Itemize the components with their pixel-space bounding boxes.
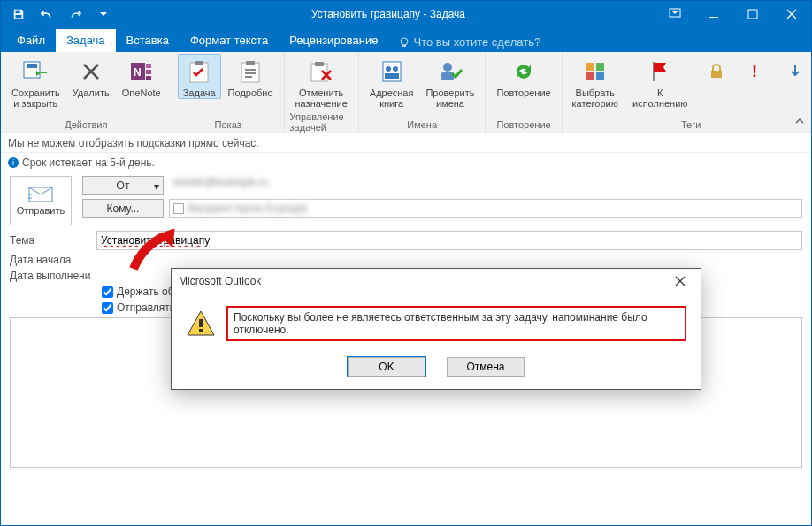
details-button[interactable]: Подробно — [223, 54, 279, 99]
start-date-label: Дата начала — [10, 254, 91, 266]
ribbon-tabs: Файл Задача Вставка Формат текста Реценз… — [1, 27, 811, 52]
dialog-title: Microsoft Outlook — [179, 275, 261, 287]
undo-icon[interactable] — [34, 4, 59, 25]
delete-icon — [77, 57, 105, 86]
importance-low-icon — [781, 57, 809, 86]
svg-rect-22 — [315, 62, 324, 66]
quick-access-toolbar — [1, 4, 121, 25]
infobar-tips: Мы не можем отобразить подсказки прямо с… — [1, 133, 811, 153]
svg-rect-4 — [748, 10, 757, 19]
svg-rect-26 — [385, 73, 399, 79]
cancel-assignment-button[interactable]: Отменить назначение — [290, 54, 353, 110]
svg-rect-11 — [146, 64, 151, 68]
svg-rect-38 — [199, 329, 203, 332]
importance-high-button[interactable]: ! — [737, 54, 775, 87]
group-manage-task: Отменить назначение Управление задачей — [285, 52, 359, 133]
keep-updated-checkbox[interactable] — [102, 286, 113, 298]
tab-review[interactable]: Рецензирование — [279, 29, 388, 52]
from-button[interactable]: От▾ — [82, 176, 164, 195]
close-icon[interactable] — [772, 1, 811, 27]
svg-rect-32 — [596, 72, 604, 80]
followup-button[interactable]: К исполнению — [624, 54, 696, 110]
to-field[interactable]: Recipient Name Example — [169, 199, 802, 218]
title-bar: Установить гравицапу - Задача — [1, 1, 811, 27]
onenote-button[interactable]: NOneNote — [117, 54, 166, 99]
svg-point-27 — [443, 63, 452, 72]
tell-me-placeholder: Что вы хотите сделать? — [414, 35, 541, 49]
ribbon-options-icon[interactable] — [655, 1, 694, 27]
recurrence-button[interactable]: Повторение — [491, 54, 555, 99]
svg-rect-20 — [245, 76, 252, 78]
dialog-close-button[interactable] — [667, 271, 693, 291]
warning-icon — [186, 309, 216, 339]
check-names-button[interactable]: Проверить имена — [420, 54, 479, 110]
ribbon: Сохранить и закрыть Удалить NOneNote Дей… — [1, 52, 811, 133]
infobar-due: iСрок истекает на 5-й день. — [1, 153, 811, 172]
group-names: Адресная книга Проверить имена Имена — [359, 52, 486, 133]
minimize-icon[interactable] — [694, 1, 733, 27]
dialog-message: Поскольку вы более не являетесь ответств… — [226, 306, 686, 341]
to-button[interactable]: Кому... — [82, 199, 164, 218]
private-button[interactable] — [698, 54, 736, 87]
categorize-icon — [581, 57, 609, 86]
lightbulb-icon — [398, 36, 410, 49]
svg-rect-1 — [16, 15, 22, 19]
group-recurrence: Повторение Повторение — [486, 52, 562, 133]
redo-icon[interactable] — [63, 4, 88, 25]
check-names-icon — [436, 57, 464, 86]
svg-rect-31 — [586, 72, 594, 80]
svg-point-5 — [401, 38, 408, 45]
onenote-icon: N — [127, 57, 156, 86]
svg-text:N: N — [134, 66, 142, 79]
importance-low-button[interactable] — [777, 54, 812, 87]
subject-label: Тема — [10, 234, 91, 247]
svg-rect-19 — [245, 72, 256, 74]
address-book-icon — [378, 57, 406, 86]
info-icon: i — [8, 157, 19, 168]
due-date-label: Дата выполнени — [10, 270, 91, 282]
svg-rect-37 — [199, 319, 203, 327]
maximize-icon[interactable] — [733, 1, 772, 27]
save-close-button[interactable]: Сохранить и закрыть — [6, 54, 65, 110]
details-icon — [236, 57, 264, 86]
dialog-cancel-button[interactable]: Отмена — [447, 357, 525, 377]
send-status-checkbox[interactable] — [102, 302, 113, 314]
window-title: Установить гравицапу - Задача — [121, 8, 655, 20]
svg-rect-3 — [709, 17, 718, 18]
message-dialog: Microsoft Outlook Поскольку вы более не … — [171, 268, 701, 390]
flag-icon — [646, 57, 674, 86]
svg-rect-8 — [27, 64, 37, 68]
send-button[interactable]: Отправить — [10, 176, 72, 225]
svg-rect-17 — [246, 61, 255, 65]
task-view-button[interactable]: Задача — [178, 54, 221, 99]
svg-point-24 — [386, 66, 391, 72]
save-close-icon — [21, 57, 50, 86]
lock-icon — [702, 57, 731, 86]
svg-rect-15 — [195, 61, 203, 65]
svg-rect-33 — [711, 71, 722, 78]
address-book-button[interactable]: Адресная книга — [364, 54, 419, 110]
svg-text:!: ! — [752, 63, 757, 80]
qat-dropdown-icon[interactable] — [91, 4, 116, 25]
tab-format[interactable]: Формат текста — [180, 29, 279, 52]
dialog-ok-button[interactable]: OK — [348, 357, 425, 377]
categorize-button[interactable]: Выбрать категорию — [568, 54, 623, 110]
svg-rect-13 — [146, 76, 151, 80]
group-show: Задача Подробно Показ — [172, 52, 285, 133]
collapse-ribbon-icon[interactable] — [792, 113, 808, 129]
tell-me-search[interactable]: Что вы хотите сделать? — [389, 32, 550, 52]
tab-file[interactable]: Файл — [6, 29, 56, 52]
tab-insert[interactable]: Вставка — [116, 29, 180, 52]
subject-field[interactable] — [96, 231, 802, 250]
importance-high-icon: ! — [742, 57, 770, 86]
svg-rect-12 — [146, 70, 151, 74]
cancel-assignment-icon — [307, 57, 335, 86]
from-field[interactable]: sender@example.ru — [169, 176, 802, 195]
save-icon[interactable] — [6, 4, 31, 25]
window-controls — [655, 1, 811, 27]
svg-rect-18 — [245, 69, 256, 71]
tab-task[interactable]: Задача — [56, 29, 116, 52]
delete-button[interactable]: Удалить — [67, 54, 115, 99]
svg-point-25 — [393, 66, 398, 72]
svg-rect-0 — [16, 11, 20, 14]
